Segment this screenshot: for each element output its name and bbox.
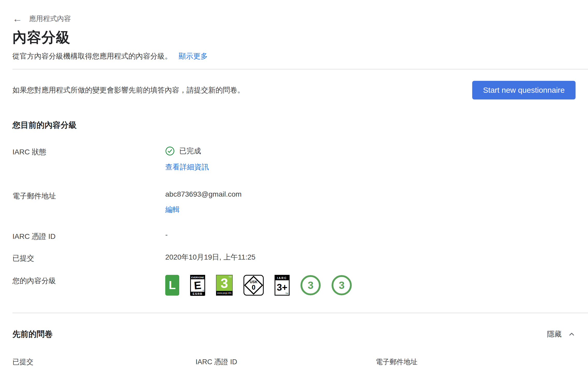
iarc-cert-id-row: IARC 憑證 ID - bbox=[12, 231, 576, 241]
rating-badges: L EVERYONE E ® ESRB TM 3 www.pegi.info bbox=[165, 275, 352, 296]
email-row: 電子郵件地址 abc873693@gmail.com 編輯 bbox=[12, 190, 576, 214]
view-details-link[interactable]: 查看詳細資訊 bbox=[165, 162, 209, 172]
iarc-status-value-block: 已完成 查看詳細資訊 bbox=[165, 146, 209, 172]
previous-section-header: 先前的問卷 隱藏 bbox=[12, 329, 576, 340]
usk-text: USK 0 bbox=[250, 280, 257, 291]
breadcrumb: ← 應用程式內容 bbox=[12, 14, 576, 23]
page-description: 從官方內容分級機構取得您應用程式的內容分級。 bbox=[12, 52, 172, 60]
notice-row: 如果您對應用程式所做的變更會影響先前的填答內容，請提交新的問卷。 Start n… bbox=[12, 81, 576, 99]
page-description-row: 從官方內容分級機構取得您應用程式的內容分級。顯示更多 bbox=[12, 51, 576, 61]
classind-l-badge-icon: L bbox=[165, 275, 179, 296]
current-rating-rows: IARC 狀態 已完成 查看詳細資訊 電子郵件地址 abc873693@gmai bbox=[12, 146, 576, 296]
content-rating-page: ← 應用程式內容 內容分級 從官方內容分級機構取得您應用程式的內容分級。顯示更多 bbox=[0, 14, 588, 61]
esrb-e-badge-icon: EVERYONE E ® ESRB bbox=[190, 275, 205, 296]
iarc-cert-id-label: IARC 憑證 ID bbox=[12, 231, 165, 241]
header-divider bbox=[12, 69, 588, 69]
start-new-questionnaire-button[interactable]: Start new questionnaire bbox=[472, 81, 576, 99]
column-header-submitted: 已提交 bbox=[12, 357, 196, 367]
iarc-3plus-badge-icon: IARC 3+ TM bbox=[275, 275, 290, 296]
circle-number: 3 bbox=[339, 280, 345, 291]
hide-label: 隱藏 bbox=[547, 329, 562, 339]
esrb-registered-mark: ® bbox=[203, 289, 204, 292]
email-label: 電子郵件地址 bbox=[12, 190, 165, 214]
pegi-3-badge-icon: TM 3 www.pegi.info bbox=[216, 275, 233, 296]
notice-text: 如果您對應用程式所做的變更會影響先前的填答內容，請提交新的問卷。 bbox=[12, 85, 245, 95]
usk-0-badge-icon: USK 0 bbox=[243, 275, 264, 296]
iarc-cert-id-value: - bbox=[165, 231, 168, 241]
email-value-block: abc873693@gmail.com 編輯 bbox=[165, 190, 242, 214]
iarc-status-row: IARC 狀態 已完成 查看詳細資訊 bbox=[12, 146, 576, 172]
rating-circle-3-badge-icon: 3 bbox=[332, 275, 352, 295]
submitted-value: 2020年10月19日, 上午11:25 bbox=[165, 252, 255, 263]
esrb-top-band: EVERYONE bbox=[191, 276, 204, 279]
show-more-link[interactable]: 顯示更多 bbox=[179, 52, 208, 60]
previous-section-title: 先前的問卷 bbox=[12, 329, 53, 340]
ratings-label: 您的內容分級 bbox=[12, 275, 165, 296]
iarc-tm-mark: TM bbox=[285, 292, 288, 295]
breadcrumb-app-content-link[interactable]: 應用程式內容 bbox=[29, 14, 71, 23]
email-value: abc873693@gmail.com bbox=[165, 190, 242, 198]
previous-table-header: 已提交 IARC 憑證 ID 電子郵件地址 bbox=[12, 357, 576, 367]
esrb-letter-area: E ® bbox=[191, 279, 204, 292]
rating-circle-3-badge-icon: 3 bbox=[300, 275, 321, 295]
column-header-email: 電子郵件地址 bbox=[376, 357, 576, 367]
iarc-status-value: 已完成 bbox=[179, 146, 201, 156]
ratings-row: 您的內容分級 L EVERYONE E ® ESRB TM 3 www.peg bbox=[12, 275, 576, 296]
column-header-iarc-cert-id: IARC 憑證 ID bbox=[196, 357, 376, 367]
chevron-up-icon bbox=[568, 330, 576, 338]
esrb-bottom-band: ESRB bbox=[191, 292, 204, 296]
usk-org: USK bbox=[250, 280, 257, 284]
pegi-footer: www.pegi.info bbox=[216, 291, 232, 295]
current-rating-section-title: 您目前的內容分級 bbox=[12, 120, 576, 131]
hide-toggle[interactable]: 隱藏 bbox=[547, 329, 576, 339]
circle-number: 3 bbox=[308, 280, 313, 291]
check-circle-icon bbox=[165, 146, 175, 156]
submitted-row: 已提交 2020年10月19日, 上午11:25 bbox=[12, 252, 576, 263]
previous-section-divider bbox=[12, 313, 588, 313]
page-title: 內容分級 bbox=[12, 28, 576, 47]
usk-number: 0 bbox=[250, 284, 257, 291]
iarc-top-band: IARC bbox=[275, 276, 289, 280]
submitted-label: 已提交 bbox=[12, 252, 165, 263]
pegi-tm-mark: TM bbox=[228, 276, 232, 278]
classind-letter: L bbox=[169, 279, 176, 292]
iarc-status-line: 已完成 bbox=[165, 146, 209, 156]
esrb-letter: E bbox=[193, 279, 202, 292]
iarc-status-label: IARC 狀態 bbox=[12, 146, 165, 172]
back-arrow-icon[interactable]: ← bbox=[12, 14, 22, 23]
edit-email-link[interactable]: 編輯 bbox=[165, 205, 180, 214]
